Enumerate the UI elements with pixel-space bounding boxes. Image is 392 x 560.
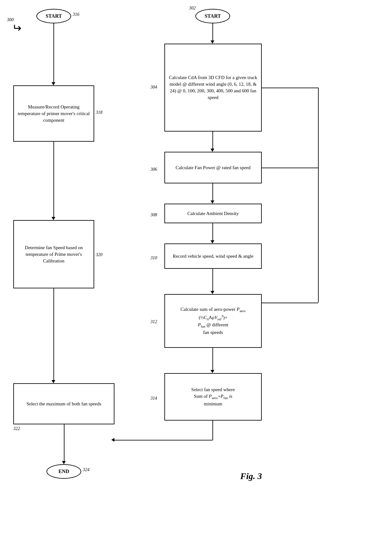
arrow-320-to-322	[53, 288, 54, 381]
arrowhead-to-308	[211, 200, 214, 204]
ref-302: 302	[189, 6, 196, 11]
line-right-vertical	[318, 88, 319, 303]
end-oval: END	[46, 464, 81, 479]
box-306: Calculate Fan Power @ rated fan speed	[164, 152, 262, 183]
arrowhead-to-312b	[211, 291, 214, 294]
ref-324: 324	[83, 467, 89, 472]
arrowhead-to-end	[62, 461, 66, 464]
arrowhead-to-322	[52, 380, 55, 383]
fig-label: Fig. 3	[240, 471, 262, 481]
arrow-304-to-306	[212, 132, 213, 149]
box-304: Calculate CdA from 3D CFD for a given tr…	[164, 44, 262, 132]
box-314: Select fan speed whereSum of Paero+Pfan …	[164, 373, 262, 421]
arrowhead-to-306	[211, 149, 214, 152]
arrow-322-to-end	[64, 424, 64, 462]
diagram-container: 300 ↵ START 316 Measure/Record Operating…	[0, 0, 392, 560]
start-left-oval: START	[36, 9, 71, 23]
ref-320: 320	[96, 252, 102, 257]
start-right-oval: START	[195, 9, 230, 23]
arrow-start-to-318	[53, 23, 54, 83]
arrow-306-to-308	[212, 183, 213, 201]
arrow-start-right-to-304	[212, 23, 213, 41]
ref-316: 316	[73, 12, 79, 17]
arrowhead-to-304	[211, 40, 214, 44]
arrowhead-to-310	[211, 240, 214, 243]
line-306-right	[262, 168, 318, 168]
ref-322: 322	[13, 426, 20, 431]
arrow-314-down	[212, 421, 213, 440]
box-310: Record vehicle speed, wind speed & angle	[164, 243, 262, 269]
box-312: Calculate sum of aero-power Paero (½CδAρ…	[164, 294, 262, 348]
ref-304: 304	[150, 85, 157, 90]
ref-308: 308	[150, 212, 157, 218]
line-304-right	[262, 88, 319, 88]
arrow-312-to-314	[212, 348, 213, 371]
box-320: Determine fan Speed based on temperature…	[13, 220, 94, 288]
arrow-314-to-322	[114, 440, 212, 440]
arrowhead-to-322-right	[111, 438, 114, 442]
box-322: Select the maximum of both fan speeds	[13, 383, 114, 424]
arrow-310-to-312	[212, 269, 213, 292]
arrowhead-to-320	[52, 217, 55, 220]
ref-312: 312	[150, 319, 157, 324]
ref-310: 310	[150, 255, 157, 261]
line-to-312	[262, 303, 318, 303]
ref-306: 306	[150, 167, 157, 172]
arrowhead-to-314	[211, 370, 214, 373]
ref-314: 314	[150, 396, 157, 401]
arrowhead-to-318	[52, 82, 55, 85]
ref-318: 318	[96, 110, 102, 115]
box-308: Calculate Ambient Density	[164, 204, 262, 223]
box-318: Measure/Record Operating temperature of …	[13, 85, 94, 142]
arrow-308-to-310	[212, 223, 213, 241]
arrow-318-to-320	[53, 142, 54, 218]
